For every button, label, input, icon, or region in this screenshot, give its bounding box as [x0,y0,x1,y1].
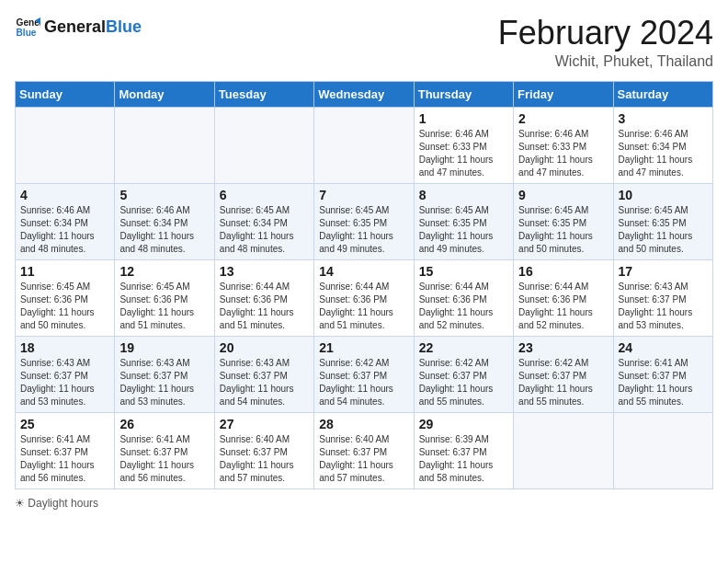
day-number: 16 [518,264,608,279]
calendar-day-cell [115,107,214,183]
calendar-week-row: 1Sunrise: 6:46 AM Sunset: 6:33 PM Daylig… [16,107,713,183]
calendar-day-cell: 4Sunrise: 6:46 AM Sunset: 6:34 PM Daylig… [16,183,115,259]
day-number: 9 [518,188,608,202]
day-number: 6 [220,188,309,202]
day-info: Sunrise: 6:41 AM Sunset: 6:37 PM Dayligh… [119,433,209,485]
day-number: 28 [319,417,408,431]
calendar-day-cell [314,107,414,183]
day-info: Sunrise: 6:45 AM Sunset: 6:35 PM Dayligh… [319,204,408,256]
day-info: Sunrise: 6:41 AM Sunset: 6:37 PM Dayligh… [20,433,109,485]
month-title: February 2024 [498,15,713,52]
calendar-table: SundayMondayTuesdayWednesdayThursdayFrid… [15,81,713,489]
day-number: 10 [619,188,708,202]
calendar-week-row: 11Sunrise: 6:45 AM Sunset: 6:36 PM Dayli… [16,259,713,336]
calendar-week-row: 4Sunrise: 6:46 AM Sunset: 6:34 PM Daylig… [16,183,713,259]
day-number: 23 [518,340,608,355]
day-number: 19 [119,340,209,355]
day-info: Sunrise: 6:45 AM Sunset: 6:36 PM Dayligh… [119,281,209,332]
day-number: 15 [419,264,508,279]
calendar-day-cell: 27Sunrise: 6:40 AM Sunset: 6:37 PM Dayli… [214,412,313,488]
weekday-header-row: SundayMondayTuesdayWednesdayThursdayFrid… [16,81,713,107]
calendar-day-cell: 29Sunrise: 6:39 AM Sunset: 6:37 PM Dayli… [414,412,513,488]
weekday-header: Saturday [613,81,712,107]
day-info: Sunrise: 6:46 AM Sunset: 6:33 PM Dayligh… [518,128,608,179]
weekday-header: Monday [115,81,214,107]
day-number: 24 [619,340,708,355]
weekday-header: Friday [514,81,613,107]
day-number: 4 [20,188,109,202]
svg-text:General: General [17,17,40,28]
weekday-header: Thursday [414,81,513,107]
calendar-day-cell [16,107,115,183]
calendar-day-cell: 13Sunrise: 6:44 AM Sunset: 6:36 PM Dayli… [214,259,313,336]
page-header: General Blue GeneralBlue February 2024 W… [15,15,713,70]
day-number: 13 [220,264,309,279]
day-number: 20 [220,340,309,355]
calendar-day-cell: 22Sunrise: 6:42 AM Sunset: 6:37 PM Dayli… [414,336,513,412]
calendar-day-cell: 18Sunrise: 6:43 AM Sunset: 6:37 PM Dayli… [16,336,115,412]
calendar-day-cell: 10Sunrise: 6:45 AM Sunset: 6:35 PM Dayli… [613,183,712,259]
day-info: Sunrise: 6:44 AM Sunset: 6:36 PM Dayligh… [419,281,508,332]
day-number: 11 [20,264,109,279]
logo: General Blue GeneralBlue [15,15,142,40]
day-info: Sunrise: 6:46 AM Sunset: 6:34 PM Dayligh… [20,204,109,256]
day-info: Sunrise: 6:42 AM Sunset: 6:37 PM Dayligh… [419,357,508,408]
calendar-day-cell: 14Sunrise: 6:44 AM Sunset: 6:36 PM Dayli… [314,259,414,336]
day-info: Sunrise: 6:45 AM Sunset: 6:35 PM Dayligh… [518,204,608,256]
calendar-day-cell: 28Sunrise: 6:40 AM Sunset: 6:37 PM Dayli… [314,412,414,488]
calendar-day-cell: 3Sunrise: 6:46 AM Sunset: 6:34 PM Daylig… [613,107,712,183]
day-number: 3 [619,111,708,126]
calendar-day-cell [514,412,613,488]
weekday-header: Wednesday [314,81,414,107]
calendar-day-cell: 11Sunrise: 6:45 AM Sunset: 6:36 PM Dayli… [16,259,115,336]
day-number: 25 [20,417,109,431]
legend: ☀ Daylight hours [15,497,713,510]
day-info: Sunrise: 6:44 AM Sunset: 6:36 PM Dayligh… [319,281,408,332]
calendar-day-cell: 12Sunrise: 6:45 AM Sunset: 6:36 PM Dayli… [115,259,214,336]
calendar-week-row: 18Sunrise: 6:43 AM Sunset: 6:37 PM Dayli… [16,336,713,412]
day-info: Sunrise: 6:43 AM Sunset: 6:37 PM Dayligh… [20,357,109,408]
svg-text:Blue: Blue [17,28,37,38]
day-number: 2 [518,111,608,126]
calendar-day-cell: 23Sunrise: 6:42 AM Sunset: 6:37 PM Dayli… [514,336,613,412]
calendar-day-cell: 8Sunrise: 6:45 AM Sunset: 6:35 PM Daylig… [414,183,513,259]
day-info: Sunrise: 6:41 AM Sunset: 6:37 PM Dayligh… [619,357,708,408]
day-info: Sunrise: 6:46 AM Sunset: 6:34 PM Dayligh… [119,204,209,256]
calendar-day-cell: 6Sunrise: 6:45 AM Sunset: 6:34 PM Daylig… [214,183,313,259]
calendar-day-cell: 24Sunrise: 6:41 AM Sunset: 6:37 PM Dayli… [613,336,712,412]
day-info: Sunrise: 6:45 AM Sunset: 6:36 PM Dayligh… [20,281,109,332]
day-info: Sunrise: 6:39 AM Sunset: 6:37 PM Dayligh… [419,433,508,485]
logo-text: GeneralBlue [44,18,142,37]
logo-icon: General Blue [15,15,40,40]
day-number: 26 [119,417,209,431]
day-number: 27 [220,417,309,431]
calendar-day-cell: 17Sunrise: 6:43 AM Sunset: 6:37 PM Dayli… [613,259,712,336]
day-number: 18 [20,340,109,355]
title-block: February 2024 Wichit, Phuket, Thailand [498,15,713,70]
calendar-day-cell: 21Sunrise: 6:42 AM Sunset: 6:37 PM Dayli… [314,336,414,412]
weekday-header: Tuesday [214,81,313,107]
day-info: Sunrise: 6:40 AM Sunset: 6:37 PM Dayligh… [319,433,408,485]
calendar-day-cell: 16Sunrise: 6:44 AM Sunset: 6:36 PM Dayli… [514,259,613,336]
day-info: Sunrise: 6:46 AM Sunset: 6:33 PM Dayligh… [419,128,508,179]
day-number: 22 [419,340,508,355]
calendar-day-cell [613,412,712,488]
day-info: Sunrise: 6:42 AM Sunset: 6:37 PM Dayligh… [319,357,408,408]
location-title: Wichit, Phuket, Thailand [498,53,713,70]
day-info: Sunrise: 6:43 AM Sunset: 6:37 PM Dayligh… [619,281,708,332]
day-info: Sunrise: 6:44 AM Sunset: 6:36 PM Dayligh… [518,281,608,332]
day-info: Sunrise: 6:45 AM Sunset: 6:35 PM Dayligh… [419,204,508,256]
calendar-day-cell: 1Sunrise: 6:46 AM Sunset: 6:33 PM Daylig… [414,107,513,183]
calendar-day-cell: 7Sunrise: 6:45 AM Sunset: 6:35 PM Daylig… [314,183,414,259]
day-info: Sunrise: 6:45 AM Sunset: 6:34 PM Dayligh… [220,204,309,256]
calendar-week-row: 25Sunrise: 6:41 AM Sunset: 6:37 PM Dayli… [16,412,713,488]
day-number: 12 [119,264,209,279]
calendar-day-cell: 9Sunrise: 6:45 AM Sunset: 6:35 PM Daylig… [514,183,613,259]
day-number: 1 [419,111,508,126]
day-number: 5 [119,188,209,202]
day-info: Sunrise: 6:42 AM Sunset: 6:37 PM Dayligh… [518,357,608,408]
day-info: Sunrise: 6:46 AM Sunset: 6:34 PM Dayligh… [619,128,708,179]
day-number: 8 [419,188,508,202]
day-info: Sunrise: 6:45 AM Sunset: 6:35 PM Dayligh… [619,204,708,256]
day-number: 29 [419,417,508,431]
